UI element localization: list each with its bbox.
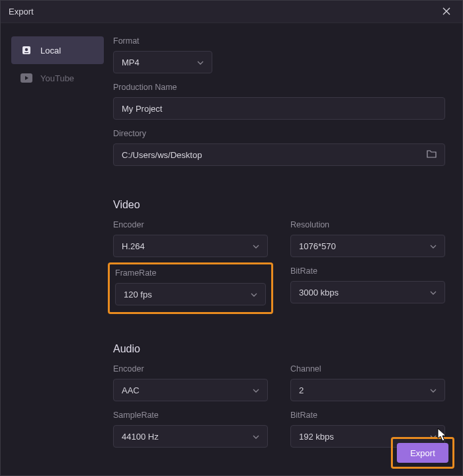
samplerate-field: SampleRate 44100 Hz	[113, 411, 268, 448]
video-bitrate-label: BitRate	[290, 266, 445, 276]
audio-bitrate-label: BitRate	[290, 411, 445, 420]
svg-rect-2	[24, 52, 28, 53]
chevron-down-icon	[430, 386, 437, 394]
export-dialog: Export Local YouTube Format	[0, 0, 463, 476]
sidebar-item-youtube[interactable]: YouTube	[11, 64, 104, 92]
framerate-label: FrameRate	[115, 268, 266, 278]
format-select[interactable]: MP4	[113, 51, 212, 73]
sidebar-item-label: YouTube	[40, 73, 74, 83]
video-bitrate-select[interactable]: 3000 kbps	[290, 281, 445, 303]
format-field: Format MP4	[113, 36, 445, 73]
format-label: Format	[113, 36, 445, 46]
channel-select[interactable]: 2	[290, 379, 445, 401]
directory-label: Directory	[113, 129, 445, 138]
footer: Export	[391, 437, 454, 469]
sidebar: Local YouTube	[11, 36, 104, 457]
close-icon[interactable]	[439, 6, 454, 18]
chevron-down-icon	[430, 242, 437, 250]
resolution-select[interactable]: 1076*570	[290, 235, 445, 257]
samplerate-select[interactable]: 44100 Hz	[113, 425, 268, 448]
chevron-down-icon	[253, 386, 259, 394]
audio-encoder-field: Encoder AAC	[113, 364, 268, 401]
video-bitrate-field: BitRate 3000 kbps	[290, 266, 445, 318]
youtube-icon	[21, 72, 32, 84]
chevron-down-icon	[430, 288, 437, 296]
svg-point-1	[25, 48, 28, 51]
chevron-down-icon	[251, 290, 257, 298]
video-encoder-select[interactable]: H.264	[113, 235, 268, 257]
video-encoder-label: Encoder	[113, 220, 268, 229]
resolution-label: Resolution	[290, 220, 445, 229]
content: Format MP4 Production Name Directory C:/…	[104, 36, 452, 457]
folder-icon[interactable]	[427, 149, 437, 160]
video-section-title: Video	[113, 199, 445, 211]
export-highlight: Export	[391, 437, 454, 469]
audio-encoder-select[interactable]: AAC	[113, 379, 268, 401]
export-button[interactable]: Export	[397, 443, 448, 463]
samplerate-label: SampleRate	[113, 411, 268, 420]
framerate-field-wrap: FrameRate 120 fps	[113, 266, 268, 318]
chevron-down-icon	[197, 58, 204, 66]
audio-section-title: Audio	[113, 343, 445, 355]
window-title: Export	[9, 7, 34, 17]
audio-encoder-label: Encoder	[113, 364, 268, 374]
production-name-label: Production Name	[113, 83, 445, 92]
resolution-field: Resolution 1076*570	[290, 220, 445, 257]
directory-field: Directory C:/Users/ws/Desktop	[113, 129, 445, 166]
production-name-input[interactable]	[113, 97, 445, 120]
production-name-field: Production Name	[113, 83, 445, 120]
framerate-select[interactable]: 120 fps	[115, 283, 266, 305]
chevron-down-icon	[253, 432, 259, 440]
sidebar-item-local[interactable]: Local	[11, 36, 104, 64]
framerate-highlight: FrameRate 120 fps	[108, 262, 273, 314]
channel-label: Channel	[290, 364, 445, 374]
directory-input[interactable]: C:/Users/ws/Desktop	[113, 143, 445, 166]
channel-field: Channel 2	[290, 364, 445, 401]
device-icon	[21, 44, 32, 56]
sidebar-item-label: Local	[40, 46, 61, 56]
chevron-down-icon	[253, 242, 259, 250]
titlebar: Export	[1, 1, 462, 23]
video-encoder-field: Encoder H.264	[113, 220, 268, 257]
